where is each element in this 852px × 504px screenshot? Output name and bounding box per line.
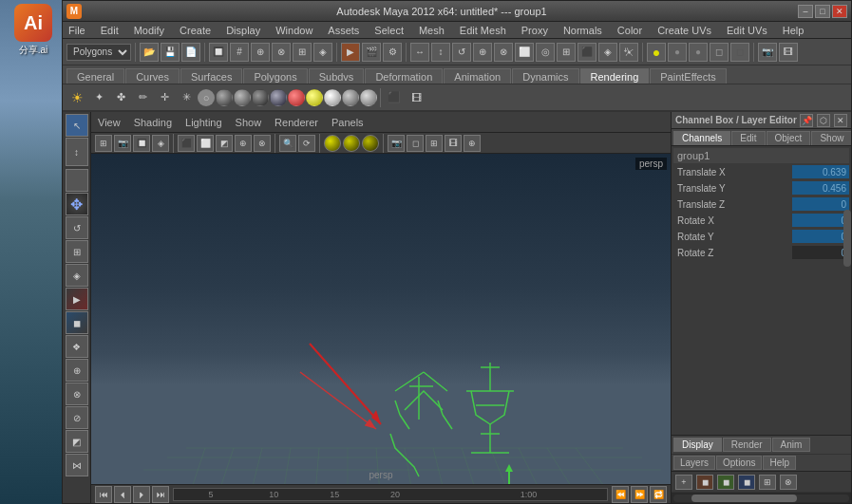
shelf-icon-sphere6[interactable]	[306, 89, 323, 106]
vp-tool-7[interactable]: ◩	[216, 135, 233, 152]
menu-item-edit[interactable]: Edit	[97, 24, 123, 37]
ipr-btn[interactable]: 🎬	[362, 43, 381, 62]
shelf-tab-dynamics[interactable]: Dynamics	[512, 68, 578, 84]
menu-item-select[interactable]: Select	[370, 24, 407, 37]
shelf-icon-sphere3[interactable]	[252, 89, 269, 106]
help-tab[interactable]: Help	[763, 456, 796, 470]
channels-tab[interactable]: Channels	[673, 131, 730, 145]
sculpt[interactable]: ◼	[66, 311, 88, 334]
menu-item-color[interactable]: Color	[614, 24, 646, 37]
render-settings[interactable]: ⚙	[383, 43, 402, 62]
menu-item-window[interactable]: Window	[272, 24, 316, 37]
icon-k[interactable]: ⏧	[619, 43, 638, 62]
anim-tab[interactable]: Anim	[772, 438, 811, 452]
shelf-tab-general[interactable]: General	[66, 68, 124, 84]
layers-tab[interactable]: Layers	[673, 456, 715, 470]
shelf-tab-rendering[interactable]: Rendering	[580, 68, 650, 84]
minimize-button[interactable]: –	[798, 5, 813, 18]
menu-item-modify[interactable]: Modify	[130, 24, 168, 37]
new-button[interactable]: 📄	[181, 43, 200, 62]
icon-o[interactable]: ◻	[710, 43, 729, 62]
vp-tool-5[interactable]: ⬛	[178, 135, 195, 152]
vp-tool-1[interactable]: ⊞	[95, 135, 112, 152]
layer-new[interactable]: +	[675, 475, 692, 490]
layer-icon-5[interactable]: ⊗	[780, 475, 797, 490]
move-tool[interactable]: ✥	[66, 193, 88, 215]
renderer-menu[interactable]: Renderer	[272, 116, 321, 129]
camera-tool[interactable]: ⋈	[66, 454, 88, 476]
soft-mod[interactable]: ▶	[66, 288, 88, 310]
shelf-tab-animation[interactable]: Animation	[444, 68, 511, 84]
translatey-value[interactable]	[792, 181, 849, 195]
play-end[interactable]: ⏭	[152, 486, 169, 503]
horizontal-scrollbar[interactable]	[672, 492, 851, 503]
paint-select-tool[interactable]	[66, 169, 88, 192]
panels-menu[interactable]: Panels	[329, 116, 367, 129]
snap-button[interactable]: 🔲	[209, 43, 228, 62]
annotation[interactable]: ◩	[66, 430, 88, 453]
shelf-tab-curves[interactable]: Curves	[125, 68, 180, 84]
icon-d[interactable]: ⊕	[473, 43, 492, 62]
scale-tool[interactable]: ⊞	[66, 240, 88, 263]
vp-tool-16[interactable]: ⊕	[464, 135, 481, 152]
play-back[interactable]: ⏴	[114, 486, 131, 503]
icon-r[interactable]: 🎞	[779, 43, 798, 62]
shelf-icon-sphere9[interactable]	[360, 89, 377, 106]
menu-item-file[interactable]: File	[65, 24, 89, 37]
tool1[interactable]: ⊗	[272, 43, 291, 62]
loop-btn[interactable]: 🔁	[650, 486, 667, 503]
vp-tool-13[interactable]: ◻	[407, 135, 424, 152]
next-frame[interactable]: ⏩	[631, 486, 648, 503]
shelf-tab-polygons[interactable]: Polygons	[243, 68, 307, 84]
channel-pin[interactable]: 📌	[800, 114, 813, 127]
save-button[interactable]: 💾	[161, 43, 180, 62]
menu-item-proxy[interactable]: Proxy	[518, 24, 552, 37]
viewport-3d[interactable]: persp persp	[91, 154, 671, 484]
rotatey-value[interactable]	[792, 230, 849, 243]
shelf-icon-asterisk[interactable]: ✳	[176, 87, 197, 108]
vp-tool-8[interactable]: ⊕	[235, 135, 252, 152]
close-button[interactable]: ✕	[832, 5, 847, 18]
layer-icon-1[interactable]: ◼	[696, 475, 713, 490]
vp-tool-11[interactable]: ⟳	[298, 135, 315, 152]
icon-q[interactable]: 📷	[758, 43, 777, 62]
channel-float[interactable]: ⬡	[817, 114, 830, 127]
mode-select[interactable]: Polygons	[66, 44, 131, 61]
shelf-tab-painteffects[interactable]: PaintEffects	[650, 68, 727, 84]
rubber-band[interactable]: ⊗	[66, 383, 88, 405]
shelf-icon-sun[interactable]: ☀	[66, 87, 87, 108]
translatex-value[interactable]	[792, 165, 849, 178]
icon-i[interactable]: ⬛	[577, 43, 596, 62]
display-tab[interactable]: Display	[673, 438, 722, 452]
timeline-track[interactable]: 5 10 15 20 1:00	[173, 488, 608, 501]
show-tab[interactable]: Show	[811, 131, 851, 145]
shelf-icon-sphere2[interactable]	[234, 89, 251, 106]
select-tool[interactable]: ↖	[66, 114, 88, 137]
vp-sphere-3[interactable]	[362, 135, 379, 152]
shelf-icon-compass[interactable]: ✤	[110, 87, 131, 108]
layer-icon-4[interactable]: ⊞	[759, 475, 776, 490]
shelf-icon-checker[interactable]: ⬛	[384, 87, 405, 108]
tool3[interactable]: ◈	[313, 43, 332, 62]
show-manip[interactable]: ❖	[66, 335, 88, 358]
vp-tool-3[interactable]: 🔲	[133, 135, 150, 152]
icon-m[interactable]: ●	[668, 43, 687, 62]
icon-l[interactable]: ●	[647, 43, 666, 62]
menu-item-assets[interactable]: Assets	[324, 24, 363, 37]
shelf-icon-sphere4[interactable]	[270, 89, 287, 106]
icon-g[interactable]: ◎	[536, 43, 555, 62]
icon-j[interactable]: ◈	[598, 43, 617, 62]
shelf-icon-sphere8[interactable]	[342, 89, 359, 106]
icon-b[interactable]: ↕	[431, 43, 450, 62]
object-tab[interactable]: Object	[767, 131, 811, 145]
view-menu[interactable]: View	[95, 116, 123, 129]
show-menu[interactable]: Show	[233, 116, 265, 129]
menu-item-edit-mesh[interactable]: Edit Mesh	[456, 24, 510, 37]
translatez-value[interactable]	[792, 197, 849, 211]
vp-tool-2[interactable]: 📷	[114, 135, 131, 152]
menu-item-normals[interactable]: Normals	[559, 24, 606, 37]
menu-item-create[interactable]: Create	[176, 24, 215, 37]
icon-p[interactable]: ◻	[730, 43, 749, 62]
shelf-icon-pencil[interactable]: ✏	[132, 87, 153, 108]
channel-scroll-thumb[interactable]	[843, 210, 851, 267]
